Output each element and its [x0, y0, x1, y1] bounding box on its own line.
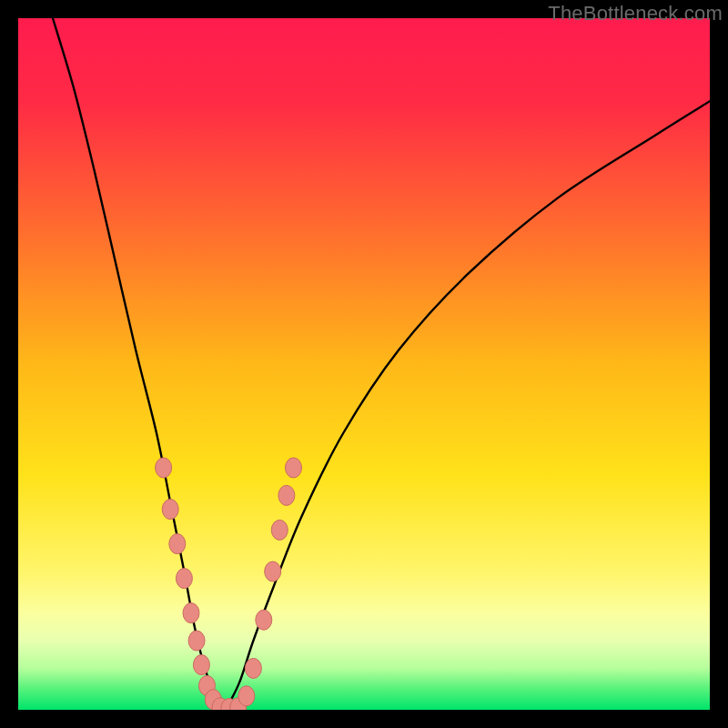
- highlight-marker: [193, 655, 209, 675]
- watermark-text: TheBottleneck.com: [548, 2, 723, 25]
- highlight-marker: [278, 485, 295, 505]
- highlight-marker: [256, 610, 272, 630]
- highlight-marker: [265, 561, 281, 581]
- highlight-marker: [156, 458, 172, 478]
- chart-frame: [18, 18, 710, 710]
- highlight-marker: [245, 658, 261, 678]
- gradient-background: [18, 18, 710, 710]
- chart-svg: [18, 18, 710, 710]
- highlight-marker: [271, 520, 288, 540]
- highlight-marker: [238, 686, 255, 706]
- highlight-marker: [169, 534, 186, 554]
- highlight-marker: [188, 631, 205, 651]
- highlight-marker: [162, 500, 178, 520]
- highlight-marker: [183, 603, 199, 623]
- highlight-marker: [285, 458, 301, 478]
- highlight-marker: [176, 569, 192, 589]
